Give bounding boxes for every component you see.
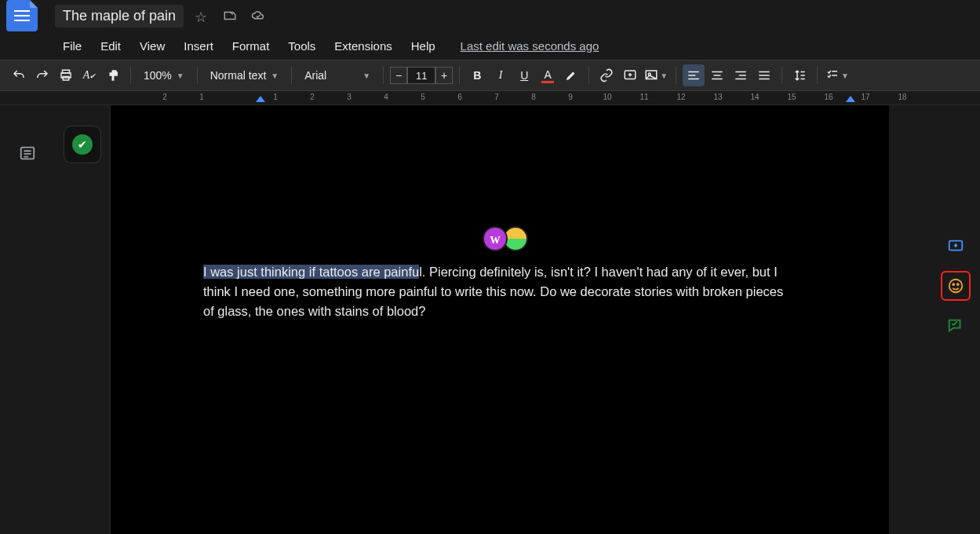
ruler-tick: 16 xyxy=(824,93,832,101)
menu-extensions[interactable]: Extensions xyxy=(326,35,399,57)
last-edit-link[interactable]: Last edit was seconds ago xyxy=(461,39,599,53)
svg-point-10 xyxy=(957,283,959,285)
ruler-tick: 13 xyxy=(713,93,722,101)
ruler-tick: 15 xyxy=(787,93,796,101)
ruler-tick: 18 xyxy=(898,93,906,101)
font-value: Arial xyxy=(304,69,326,82)
align-left-button[interactable] xyxy=(683,64,705,86)
style-value: Normal text xyxy=(210,69,267,82)
svg-point-8 xyxy=(949,280,963,293)
checklist-button[interactable]: ▼ xyxy=(824,64,851,86)
font-family-select[interactable]: Arial ▼ xyxy=(298,69,377,82)
paragraph-style-select[interactable]: Normal text ▼ xyxy=(204,69,285,82)
increase-font-button[interactable]: + xyxy=(435,67,453,84)
italic-button[interactable]: I xyxy=(490,64,512,86)
ruler-tick: 10 xyxy=(603,93,611,101)
ruler-tick: 5 xyxy=(421,93,425,101)
add-emoji-reaction-button[interactable] xyxy=(941,271,971,301)
toolbar: A✔ 100% ▼ Normal text ▼ Arial ▼ − + B I … xyxy=(0,60,980,91)
align-right-button[interactable] xyxy=(730,64,752,86)
ruler-tick: 1 xyxy=(199,93,204,101)
move-icon[interactable] xyxy=(223,9,237,23)
menu-insert[interactable]: Insert xyxy=(176,35,221,57)
ruler-tick: 4 xyxy=(384,93,388,101)
add-comment-button[interactable] xyxy=(619,64,641,86)
chevron-down-icon: ▼ xyxy=(271,71,279,80)
text-color-button[interactable]: A xyxy=(537,64,559,86)
ruler-tick: 11 xyxy=(639,93,648,101)
add-comment-rail-button[interactable] xyxy=(941,232,971,262)
font-size-input[interactable] xyxy=(407,67,435,84)
ruler-tick: 1 xyxy=(273,93,278,101)
ruler-tick: 2 xyxy=(162,93,167,101)
ruler-tick: 2 xyxy=(310,93,315,101)
decrease-font-button[interactable]: − xyxy=(390,67,407,84)
collaborator-cursors: w xyxy=(483,226,533,251)
line-spacing-button[interactable] xyxy=(789,64,811,86)
print-button[interactable] xyxy=(55,64,77,86)
collaborator-avatar[interactable]: w xyxy=(483,226,508,251)
zoom-select[interactable]: 100% ▼ xyxy=(137,69,191,82)
font-size-control: − + xyxy=(390,67,453,84)
spelling-grammar-status[interactable]: ✔ xyxy=(64,126,101,163)
zoom-value: 100% xyxy=(144,69,172,82)
menu-file[interactable]: File xyxy=(55,35,89,57)
ruler-tick: 17 xyxy=(861,93,869,101)
chevron-down-icon: ▼ xyxy=(362,71,370,80)
menu-format[interactable]: Format xyxy=(224,35,278,57)
align-justify-button[interactable] xyxy=(753,64,775,86)
outline-toggle-button[interactable] xyxy=(19,144,36,164)
ruler-tick: 9 xyxy=(568,93,573,101)
menu-help[interactable]: Help xyxy=(403,35,443,57)
align-center-button[interactable] xyxy=(706,64,728,86)
svg-point-9 xyxy=(953,283,954,285)
insert-image-button[interactable]: ▼ xyxy=(643,64,669,86)
highlight-color-button[interactable] xyxy=(560,64,582,86)
ruler-tick: 7 xyxy=(494,93,499,101)
ruler-tick: 14 xyxy=(750,93,759,101)
insert-link-button[interactable] xyxy=(596,64,618,86)
bold-button[interactable]: B xyxy=(466,64,488,86)
menu-bar: File Edit View Insert Format Tools Exten… xyxy=(0,31,980,60)
ruler[interactable]: 21123456789101112131415161718 xyxy=(0,91,980,105)
right-indent-marker[interactable] xyxy=(846,96,855,102)
ruler-tick: 12 xyxy=(676,93,685,101)
ruler-tick: 3 xyxy=(347,93,352,101)
redo-button[interactable] xyxy=(31,64,53,86)
ruler-tick: 8 xyxy=(531,93,536,101)
menu-edit[interactable]: Edit xyxy=(93,35,129,57)
paint-format-button[interactable] xyxy=(102,64,124,86)
document-canvas[interactable]: I was just thinking if tattoos are painf… xyxy=(110,105,980,534)
left-indent-marker[interactable] xyxy=(256,96,265,102)
title-bar: The maple of pain ☆ xyxy=(0,0,980,31)
spellcheck-button[interactable]: A✔ xyxy=(78,64,100,86)
ruler-tick: 6 xyxy=(457,93,462,101)
suggest-edits-button[interactable] xyxy=(941,310,971,340)
comment-rail xyxy=(941,232,971,340)
document-title[interactable]: The maple of pain xyxy=(55,5,184,27)
chevron-down-icon: ▼ xyxy=(177,71,184,80)
body-paragraph[interactable]: I was just thinking if tattoos are painf… xyxy=(203,262,796,320)
selected-text: I was just thinking if tattoos are painf… xyxy=(203,265,419,279)
check-icon: ✔ xyxy=(72,134,93,155)
menu-view[interactable]: View xyxy=(132,35,173,57)
menu-tools[interactable]: Tools xyxy=(280,35,323,57)
undo-button[interactable] xyxy=(8,64,30,86)
star-icon[interactable]: ☆ xyxy=(195,9,209,23)
app-logo[interactable] xyxy=(6,0,38,31)
underline-button[interactable]: U xyxy=(513,64,535,86)
cloud-status-icon[interactable] xyxy=(251,9,265,23)
